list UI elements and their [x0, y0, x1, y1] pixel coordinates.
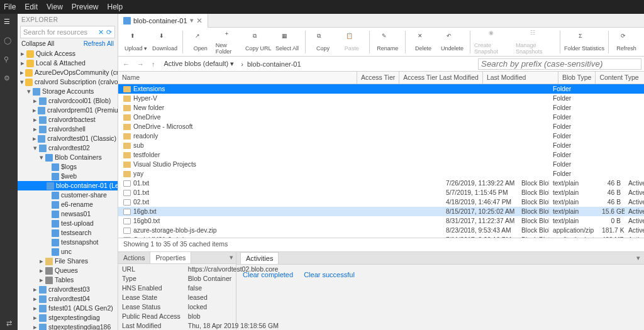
- tree-node[interactable]: ▾Blob Containers: [18, 153, 118, 162]
- refresh-all-link[interactable]: Refresh All: [84, 40, 114, 47]
- tab-properties[interactable]: Properties: [150, 252, 191, 263]
- tree-node[interactable]: ▸Local & Attached: [18, 58, 118, 68]
- grid-row[interactable]: 01.txt5/7/2019, 1:15:45 PMBlock Blobtext…: [118, 188, 644, 197]
- grid-row[interactable]: OneDriveFolder: [118, 113, 644, 122]
- menu-preview[interactable]: Preview: [72, 3, 99, 11]
- new-folder-button[interactable]: ＋New Folder: [216, 28, 243, 56]
- col-btype[interactable]: Blob Type: [558, 72, 596, 84]
- delete-button[interactable]: ✕Delete: [409, 28, 437, 56]
- col-access[interactable]: Access Tier: [357, 72, 399, 84]
- status-corner-icon[interactable]: ⇄: [0, 316, 18, 330]
- explorer-search[interactable]: Search for resources ✕ ⟳: [20, 26, 115, 38]
- tree-node[interactable]: ▸AzureDevOpsCommunity (cralvord@microso: [18, 68, 118, 77]
- tree-node[interactable]: $web: [18, 172, 118, 181]
- tree-node[interactable]: blob-container-01 (Leased): [18, 181, 118, 190]
- tree-node[interactable]: customer-share: [18, 190, 118, 200]
- tree-node[interactable]: ▸Tables: [18, 275, 118, 285]
- activities-collapse-icon[interactable]: ▾: [636, 254, 640, 262]
- tree-node[interactable]: unc: [18, 247, 118, 256]
- tree-node[interactable]: ▸stgexptestingdiag: [18, 313, 118, 322]
- tree-node[interactable]: ▸cralvordrbactest: [18, 115, 118, 124]
- plug-icon[interactable]: ⚲: [4, 55, 14, 65]
- tree-node[interactable]: ▸cralvordtest03: [18, 285, 118, 294]
- grid-row[interactable]: Hyper-VFolder: [118, 94, 644, 103]
- tree-node[interactable]: testsearch: [18, 228, 118, 238]
- menu-edit[interactable]: Edit: [25, 3, 38, 11]
- tree-node[interactable]: ▸stgexptestingdiag186: [18, 322, 118, 330]
- delete-icon: ✕: [418, 33, 429, 44]
- undelete-button[interactable]: ↶Undelete: [438, 28, 466, 56]
- tree-node[interactable]: $logs: [18, 162, 118, 172]
- person-icon[interactable]: ◯: [4, 36, 14, 47]
- tree-node[interactable]: e6-rename: [18, 200, 118, 209]
- tree-node[interactable]: ▸fstest01 (ADLS Gen2): [18, 304, 118, 313]
- tree-node[interactable]: ▾cralvordtest02: [18, 143, 118, 153]
- col-ctype[interactable]: Content Type: [596, 72, 644, 84]
- file-icon: [123, 190, 131, 196]
- collapse-all-link[interactable]: Collapse All: [21, 40, 54, 47]
- grid-row[interactable]: OneDrive - MicrosoftFolder: [118, 122, 644, 131]
- list-icon[interactable]: ☰: [4, 18, 14, 28]
- gear-icon[interactable]: ⚙: [4, 74, 14, 84]
- grid-row[interactable]: CraigVM01-2.vhdx7/11/2017, 3:20:16 PMBlo…: [118, 235, 644, 238]
- grid-row[interactable]: Visual Studio ProjectsFolder: [118, 160, 644, 169]
- tree-node[interactable]: test-upload: [18, 219, 118, 228]
- grid-row[interactable]: yayFolder: [118, 169, 644, 179]
- open-button[interactable]: ↗Open: [187, 28, 214, 56]
- grid-row[interactable]: New folderFolder: [118, 103, 644, 113]
- tab-close-icon[interactable]: ✕: [196, 16, 203, 25]
- tree-node[interactable]: ▸cralvordprem01 (Premium): [18, 106, 118, 115]
- nav-fwd-icon[interactable]: →: [135, 60, 146, 68]
- tree-node[interactable]: ▸Queues: [18, 266, 118, 275]
- stats-button[interactable]: ΣFolder Statistics: [564, 28, 604, 56]
- download-button[interactable]: ⬇Download: [151, 28, 179, 56]
- grid-row[interactable]: 16gb0.txt8/31/2017, 11:22:37 AMBlock Blo…: [118, 216, 644, 226]
- tree-node[interactable]: ▸cralvordtest04: [18, 294, 118, 304]
- grid-row[interactable]: 16gb.txt8/15/2017, 10:25:02 AMBlock Blob…: [118, 207, 644, 216]
- tree-node[interactable]: ▸Quick Access: [18, 49, 118, 58]
- tab-activities[interactable]: Activities: [240, 252, 279, 264]
- menu-file[interactable]: File: [4, 3, 16, 11]
- refresh-button[interactable]: ⟳Refresh: [613, 28, 640, 56]
- copy-url-button[interactable]: ⧉Copy URL: [245, 28, 272, 56]
- nav-back-icon[interactable]: ←: [121, 60, 131, 68]
- grid-row[interactable]: azure-storage-blob-js-dev.zip8/23/2018, …: [118, 226, 644, 235]
- grid-row[interactable]: readonlyFolder: [118, 131, 644, 141]
- grid-row[interactable]: 02.txt4/18/2019, 1:46:47 PMBlock Blobtex…: [118, 197, 644, 207]
- tree-node[interactable]: ▸File Shares: [18, 256, 118, 266]
- scope-dropdown[interactable]: Active blobs (default) ▾: [161, 58, 238, 69]
- panel-collapse-icon[interactable]: ▾: [227, 252, 236, 263]
- col-accessmod[interactable]: Access Tier Last Modified: [399, 72, 483, 84]
- tree-node[interactable]: ▸cralvordtest01 (Classic): [18, 134, 118, 143]
- tree-node[interactable]: ▾cralvord Subscription (cralvord@microso…: [18, 77, 118, 87]
- col-mod[interactable]: Last Modified: [483, 72, 558, 84]
- tab-blob-container[interactable]: blob-container-01 ▾ ✕: [118, 14, 208, 28]
- menu-view[interactable]: View: [47, 3, 63, 11]
- tree-node[interactable]: ▾Storage Accounts: [18, 87, 118, 96]
- tab-actions[interactable]: Actions: [118, 252, 150, 263]
- grid-row[interactable]: ExtensionsFolder: [118, 84, 644, 94]
- clear-completed-link[interactable]: Clear completed: [243, 271, 293, 278]
- tab-dropdown-icon[interactable]: ▾: [190, 16, 194, 25]
- rename-button[interactable]: ✎Rename: [374, 28, 401, 56]
- menu-help[interactable]: Help: [108, 3, 123, 11]
- search-clear-icon[interactable]: ✕: [98, 28, 104, 36]
- copy-button[interactable]: ⧉Copy: [309, 28, 336, 56]
- clear-successful-link[interactable]: Clear successful: [304, 271, 355, 278]
- upload-button[interactable]: ⬆Upload ▾: [122, 28, 150, 56]
- tree-node[interactable]: testsnapshot: [18, 238, 118, 247]
- select-all-button[interactable]: ▦Select All: [274, 28, 301, 56]
- grid-row[interactable]: 01.txt7/26/2019, 11:39:22 AMBlock Blobte…: [118, 179, 644, 188]
- filter-input[interactable]: [478, 58, 641, 70]
- breadcrumb[interactable]: blob-container-01: [247, 60, 301, 68]
- tree-node[interactable]: ▸cralvordcool01 (Blob): [18, 96, 118, 106]
- col-name[interactable]: Name: [118, 72, 357, 84]
- nav-up-icon[interactable]: ↑: [150, 60, 157, 68]
- tree-node[interactable]: ▸cralvordshell: [18, 124, 118, 134]
- tree-node[interactable]: newsas01: [18, 209, 118, 219]
- snapshot-icon: ◉: [489, 30, 500, 41]
- content-area: blob-container-01 ▾ ✕ ⬆Upload ▾⬇Download…: [118, 14, 644, 330]
- grid-row[interactable]: testfolderFolder: [118, 150, 644, 160]
- grid-row[interactable]: subFolder: [118, 141, 644, 150]
- refresh-icon[interactable]: ⟳: [106, 28, 112, 36]
